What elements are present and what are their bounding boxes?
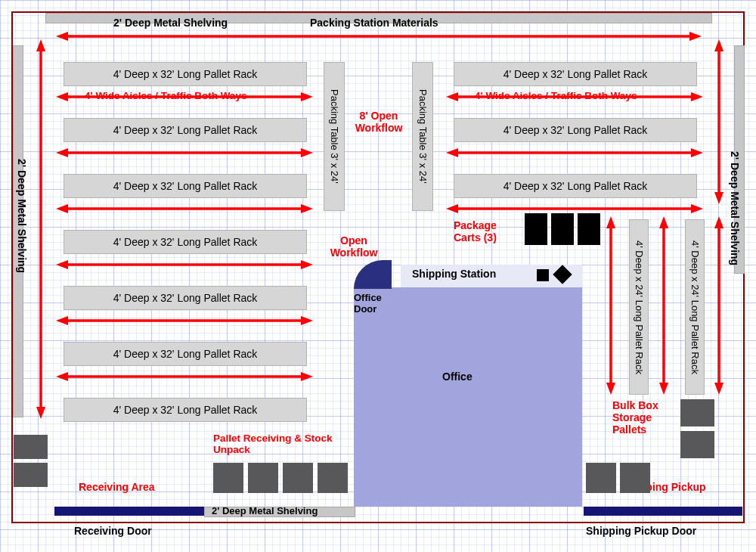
rack-left-2: 4' Deep x 32' Long Pallet Rack xyxy=(64,118,307,142)
bulk-box-pallet-2 xyxy=(680,431,714,458)
bottom-pallet-2 xyxy=(620,463,650,493)
package-carts-label: Package Carts (3) xyxy=(454,219,514,243)
receiving-door-bar xyxy=(54,507,204,516)
receiving-door-label: Receiving Door xyxy=(74,525,152,537)
package-cart-2 xyxy=(551,213,574,245)
aisle-label-right: 4' Wide Aisles / Traffic Both Ways xyxy=(475,90,637,101)
rack-left-5: 4' Deep x 32' Long Pallet Rack xyxy=(64,286,307,310)
packing-table-right: Packing Table 3' x 24' xyxy=(412,62,433,211)
pallet-receiving-box-1 xyxy=(213,463,243,493)
rack-left-3: 4' Deep x 32' Long Pallet Rack xyxy=(64,174,307,198)
pallet-receiving-box-3 xyxy=(283,463,313,493)
shipping-station-box-icon xyxy=(537,269,549,281)
top-shelving-label: 2' Deep Metal Shelving xyxy=(113,17,228,29)
bulk-box-label: Bulk Box Storage Pallets xyxy=(612,399,673,436)
bottom-shelving-label: 2' Deep Metal Shelving xyxy=(212,505,318,516)
rack-left-4: 4' Deep x 32' Long Pallet Rack xyxy=(64,230,307,254)
open-workflow-8-label: 8' Open Workflow xyxy=(353,110,404,134)
bulk-box-pallet-1 xyxy=(680,399,714,426)
shipping-door-bar xyxy=(584,507,742,516)
rack-vert-2: 4' Deep x 24' Long Pallet Rack xyxy=(685,219,705,395)
shipping-station-label: Shipping Station xyxy=(412,268,496,280)
packing-table-left: Packing Table 3' x 24' xyxy=(324,62,345,211)
open-workflow-label: Open Workflow xyxy=(324,234,384,259)
rack-left-1: 4' Deep x 32' Long Pallet Rack xyxy=(64,62,307,86)
rack-right-3: 4' Deep x 32' Long Pallet Rack xyxy=(454,174,697,198)
aisle-label-left: 4' Wide Aisles / Traffic Both Ways xyxy=(85,90,246,101)
right-shelving-label: 2' Deep Metal Shelving xyxy=(729,151,741,265)
left-shelving-label: 2' Deep Metal Shelving xyxy=(16,159,28,273)
office-label: Office xyxy=(442,371,472,383)
package-cart-1 xyxy=(525,213,547,245)
rack-vert-1: 4' Deep x 24' Long Pallet Rack xyxy=(629,219,649,395)
receiving-box-2 xyxy=(14,463,48,487)
bottom-pallet-1 xyxy=(586,463,616,493)
office-door-label: Office Door xyxy=(354,292,392,315)
office xyxy=(354,287,582,507)
receiving-box-1 xyxy=(14,435,48,459)
pallet-receiving-box-2 xyxy=(248,463,278,493)
pallet-receiving-label: Pallet Receiving & Stock Unpack xyxy=(213,433,334,455)
pallet-receiving-box-4 xyxy=(318,463,348,493)
rack-left-6: 4' Deep x 32' Long Pallet Rack xyxy=(64,342,307,366)
rack-left-7: 4' Deep x 32' Long Pallet Rack xyxy=(64,398,307,422)
package-cart-3 xyxy=(578,213,600,245)
shipping-door-label: Shipping Pickup Door xyxy=(586,525,696,537)
packing-station-materials-label: Packing Station Materials xyxy=(310,17,438,29)
rack-right-2: 4' Deep x 32' Long Pallet Rack xyxy=(454,118,697,142)
receiving-area-label: Receiving Area xyxy=(79,481,155,493)
rack-right-1: 4' Deep x 32' Long Pallet Rack xyxy=(454,62,697,86)
